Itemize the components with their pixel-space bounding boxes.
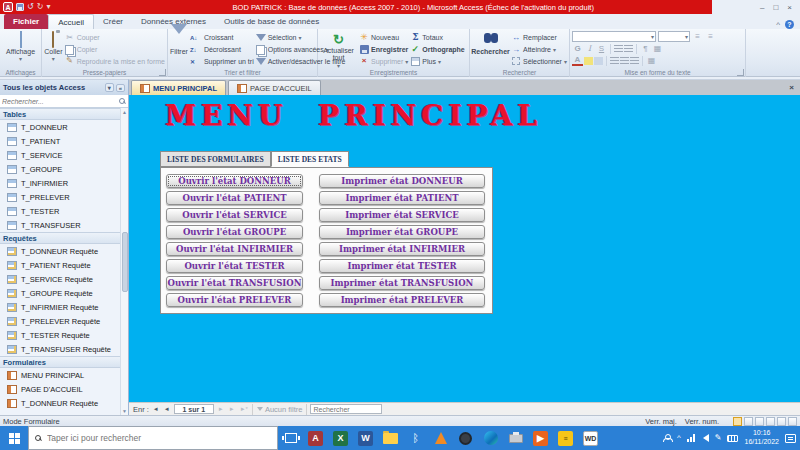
italic-button[interactable]: I bbox=[584, 43, 595, 54]
print-etat-prelever-button[interactable]: Imprimer état PRELEVER bbox=[319, 293, 485, 307]
nav-item-query[interactable]: T_GROUPE Requête bbox=[0, 286, 128, 300]
font-family-combo[interactable]: ▾ bbox=[572, 31, 656, 42]
paragraph-direction-icon[interactable]: ¶ bbox=[640, 43, 651, 54]
close-button[interactable]: × bbox=[787, 3, 792, 12]
totaux-button[interactable]: Σ Totaux bbox=[410, 32, 464, 44]
minimize-ribbon-icon[interactable]: ^ bbox=[776, 20, 780, 29]
orthographe-button[interactable]: ✓ Orthographe bbox=[410, 44, 464, 56]
background-color-icon[interactable] bbox=[594, 57, 603, 65]
people-icon[interactable] bbox=[663, 434, 671, 442]
supprimer-button[interactable]: × Supprimer ▾ bbox=[359, 55, 408, 67]
nav-item-table[interactable]: T_PATIENT bbox=[0, 134, 128, 148]
taskbar-media-player[interactable]: ▶ bbox=[528, 426, 553, 450]
view-icon[interactable] bbox=[777, 417, 786, 426]
tab-liste-formulaires[interactable]: LISTE DES FORMULAIRES bbox=[160, 151, 271, 167]
tab-creer[interactable]: Créer bbox=[94, 14, 132, 29]
task-view-button[interactable] bbox=[278, 426, 303, 450]
nav-item-table[interactable]: T_TESTER bbox=[0, 204, 128, 218]
print-etat-transfusion-button[interactable]: Imprimer état TRANSFUSION bbox=[319, 276, 485, 290]
last-record-icon[interactable]: ► bbox=[228, 406, 236, 412]
view-icon[interactable] bbox=[788, 417, 797, 426]
nav-item-form[interactable]: T_DONNEUR Requête bbox=[0, 396, 128, 410]
taskbar-search[interactable] bbox=[28, 426, 278, 450]
taskbar-vlc[interactable] bbox=[428, 426, 453, 450]
start-button[interactable] bbox=[0, 426, 28, 450]
undo-icon[interactable]: ↺ bbox=[27, 3, 34, 11]
nav-item-query[interactable]: T_DONNEUR Requête bbox=[0, 244, 128, 258]
previous-record-icon[interactable]: ◄ bbox=[163, 406, 171, 412]
nav-item-query[interactable]: T_TESTER Requête bbox=[0, 328, 128, 342]
datasheet-view-icon[interactable] bbox=[744, 417, 753, 426]
remplacer-button[interactable]: ↔ Remplacer bbox=[511, 32, 567, 44]
copier-button[interactable]: Copier bbox=[65, 44, 165, 56]
enregistrer-button[interactable]: Enregistrer bbox=[359, 44, 408, 56]
increase-indent-icon[interactable] bbox=[624, 45, 633, 53]
decroissant-button[interactable]: Z↓ Décroissant bbox=[190, 44, 254, 56]
open-etat-patient-button[interactable]: Ouvrir l'état PATIENT bbox=[166, 191, 303, 205]
save-icon[interactable] bbox=[16, 3, 24, 11]
minimize-button[interactable]: – bbox=[760, 3, 764, 12]
nav-shutter-icon[interactable]: « bbox=[116, 84, 125, 92]
nav-search-input[interactable] bbox=[2, 98, 119, 105]
coller-button[interactable]: Coller ▾ bbox=[44, 31, 63, 67]
nouveau-button[interactable]: ✳ Nouveau bbox=[359, 32, 408, 44]
print-etat-service-button[interactable]: Imprimer état SERVICE bbox=[319, 208, 485, 222]
underline-button[interactable]: S bbox=[596, 43, 607, 54]
nav-group-formulaires[interactable]: Formulaires ^ bbox=[0, 356, 128, 368]
nav-item-table[interactable]: T_SERVICE bbox=[0, 148, 128, 162]
new-record-icon[interactable]: ►* bbox=[239, 406, 249, 412]
supprimer-tri-button[interactable]: ✕ Supprimer un tri bbox=[190, 55, 254, 67]
next-record-icon[interactable]: ► bbox=[217, 406, 225, 412]
form-view-icon[interactable] bbox=[733, 417, 742, 426]
nav-item-query[interactable]: T_PATIENT Requête bbox=[0, 258, 128, 272]
tab-liste-etats[interactable]: LISTE DES ETATS bbox=[271, 151, 349, 167]
pen-icon[interactable]: ✎ bbox=[715, 434, 722, 442]
open-etat-tester-button[interactable]: Ouvrir l'état TESTER bbox=[166, 259, 303, 273]
align-right-icon[interactable] bbox=[630, 57, 639, 65]
tab-fichier[interactable]: Fichier bbox=[4, 14, 48, 29]
access-app-icon[interactable]: A bbox=[3, 2, 13, 12]
nav-item-query[interactable]: T_INFIRMIER Requête bbox=[0, 300, 128, 314]
maximize-button[interactable]: □ bbox=[773, 3, 778, 12]
nav-pane-header[interactable]: Tous les objets Access ▾ « bbox=[0, 80, 128, 95]
dialog-launcher-icon[interactable] bbox=[159, 69, 166, 76]
selectionner-button[interactable]: Sélectionner ▾ bbox=[511, 55, 567, 67]
print-etat-groupe-button[interactable]: Imprimer état GROUPE bbox=[319, 225, 485, 239]
scroll-up-icon[interactable]: ▲ bbox=[122, 109, 127, 115]
taskbar-bluetooth[interactable]: ᛒ bbox=[403, 426, 428, 450]
couper-button[interactable]: ✂ Couper bbox=[65, 32, 165, 44]
nav-item-form[interactable]: MENU PRINCIPAL bbox=[0, 368, 128, 382]
bold-button[interactable]: G bbox=[572, 43, 583, 54]
record-position[interactable]: 1 sur 1 bbox=[174, 404, 214, 414]
taskbar-wd-app[interactable]: WD bbox=[578, 426, 603, 450]
taskbar-edge[interactable] bbox=[478, 426, 503, 450]
open-etat-infirmier-button[interactable]: Ouvrir l'état INFIRMIER bbox=[166, 242, 303, 256]
open-etat-donneur-button[interactable]: Ouvrir l'état DONNEUR bbox=[166, 174, 303, 188]
record-search-input[interactable] bbox=[310, 404, 382, 414]
hidden-icons-chevron[interactable]: ^ bbox=[677, 434, 681, 442]
layout-view-icon[interactable] bbox=[755, 417, 764, 426]
taskbar-camera[interactable] bbox=[453, 426, 478, 450]
dialog-launcher-icon[interactable] bbox=[737, 69, 744, 76]
taskbar-access[interactable]: A bbox=[303, 426, 328, 450]
doc-tab-menu-principal[interactable]: MENU PRINCIPAL bbox=[131, 80, 226, 95]
rechercher-button[interactable]: Rechercher bbox=[472, 31, 509, 67]
help-icon[interactable]: ? bbox=[785, 20, 794, 29]
volume-icon[interactable] bbox=[703, 434, 709, 442]
open-etat-groupe-button[interactable]: Ouvrir l'état GROUPE bbox=[166, 225, 303, 239]
taskbar-excel[interactable]: X bbox=[328, 426, 353, 450]
croissant-button[interactable]: A↓ Croissant bbox=[190, 32, 254, 44]
font-size-combo[interactable]: ▾ bbox=[658, 31, 690, 42]
bullets-icon[interactable]: ≡ bbox=[692, 31, 703, 42]
taskbar-clock[interactable]: 10:16 16/11/2022 bbox=[744, 429, 779, 447]
design-view-icon[interactable] bbox=[766, 417, 775, 426]
highlight-color-icon[interactable] bbox=[584, 57, 593, 65]
align-center-icon[interactable] bbox=[620, 57, 629, 65]
nav-item-query[interactable]: T_TRANSFUSER Requête bbox=[0, 342, 128, 356]
align-left-icon[interactable] bbox=[610, 57, 619, 65]
taskbar-search-input[interactable] bbox=[47, 433, 271, 443]
nav-item-table[interactable]: T_INFIRMIER bbox=[0, 176, 128, 190]
doc-tab-page-accueil[interactable]: PAGE D'ACCUEIL bbox=[228, 80, 321, 95]
scroll-down-icon[interactable]: ▼ bbox=[122, 408, 127, 414]
nav-item-table[interactable]: T_DONNEUR bbox=[0, 120, 128, 134]
